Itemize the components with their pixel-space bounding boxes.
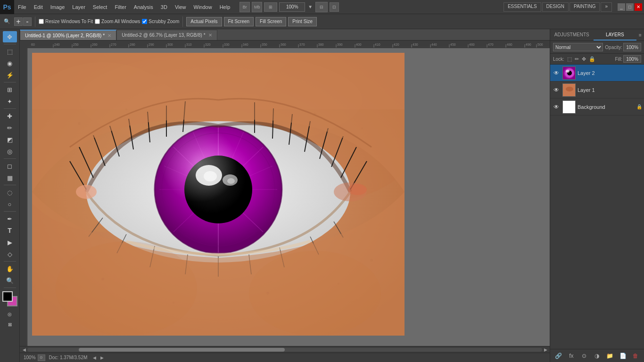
foreground-color-swatch[interactable] — [2, 291, 13, 302]
mini-bridge-icon[interactable]: Mb — [252, 2, 262, 12]
document-tab-1[interactable]: Untitled-1 @ 100% (Layer 2, RGB/8) * ✕ — [20, 30, 116, 40]
scroll-left-button[interactable]: ◀ — [21, 346, 27, 353]
scroll-right-button[interactable]: ▶ — [542, 346, 549, 353]
move-tool[interactable]: ✥ — [3, 31, 17, 42]
eraser-tool[interactable]: ◻ — [3, 160, 17, 172]
tab-1-close[interactable]: ✕ — [107, 33, 111, 38]
blend-mode-select[interactable]: Normal — [553, 43, 603, 51]
layer-item-background[interactable]: 👁 Background 🔒 — [550, 99, 644, 115]
close-button[interactable]: ✕ — [635, 3, 642, 11]
menu-window[interactable]: Window — [190, 0, 216, 14]
history-brush-tool[interactable]: ◎ — [3, 146, 17, 157]
zoom-tool-icon[interactable]: 🔍 — [2, 16, 12, 27]
status-right-arrow[interactable]: ▶ — [99, 354, 105, 361]
menu-edit[interactable]: Edit — [30, 0, 47, 14]
menu-analysis[interactable]: Analysis — [130, 0, 157, 14]
resize-windows-input[interactable] — [39, 19, 44, 24]
lock-all-icon[interactable]: 🔒 — [589, 56, 595, 62]
zoom-all-checkbox[interactable]: Zoom All Windows — [95, 19, 140, 24]
zoom-all-label: Zoom All Windows — [101, 19, 140, 24]
menu-layer[interactable]: Layer — [68, 0, 89, 14]
workspace-more[interactable]: » — [601, 2, 612, 12]
blur-tool[interactable]: ◌ — [3, 187, 17, 198]
arrange-docs-icon[interactable]: ⊡ — [330, 2, 339, 12]
workspace-design[interactable]: DESIGN — [542, 2, 569, 12]
layer-item-layer2[interactable]: 👁 Layer 2 — [550, 65, 644, 82]
clone-tool[interactable]: ◩ — [3, 134, 17, 145]
scroll-thumb[interactable] — [79, 348, 285, 352]
bridge-icon[interactable]: Br — [239, 2, 250, 12]
menu-select[interactable]: Select — [89, 0, 111, 14]
hand-tool[interactable]: ✋ — [3, 263, 17, 274]
canvas-scroll[interactable] — [27, 48, 550, 346]
new-group-button[interactable]: 📁 — [606, 352, 614, 360]
document-tab-2[interactable]: Untitled-2 @ 66.7% (Layer 13, RGB/8) * ✕ — [116, 30, 217, 40]
scroll-track[interactable] — [27, 348, 542, 352]
fill-screen-button[interactable]: Fill Screen — [256, 17, 286, 26]
brush-tool[interactable]: ✏ — [3, 122, 17, 133]
zoom-all-input[interactable] — [95, 19, 100, 24]
scrubby-zoom-checkbox[interactable]: Scrubby Zoom — [142, 19, 179, 24]
svg-text:490: 490 — [526, 43, 531, 46]
layer-item-layer1[interactable]: 👁 Layer 1 — [550, 82, 644, 99]
adjustments-tab[interactable]: ADJUSTMENTS — [550, 29, 594, 41]
quick-select-tool[interactable]: ⚡ — [3, 69, 17, 81]
menu-view[interactable]: View — [171, 0, 190, 14]
dodge-tool[interactable]: ○ — [3, 198, 17, 210]
layer1-visibility[interactable]: 👁 — [552, 87, 561, 93]
add-mask-button[interactable]: ⊙ — [580, 352, 588, 360]
layers-tab[interactable]: LAYERS — [594, 29, 637, 41]
maximize-button[interactable]: □ — [626, 3, 634, 11]
background-visibility[interactable]: 👁 — [552, 104, 561, 110]
scrubby-zoom-input[interactable] — [142, 19, 147, 24]
screen-mode-btn[interactable]: ⊠ — [3, 319, 17, 330]
panel-menu-icon[interactable]: ≡ — [636, 29, 644, 41]
tab-2-close[interactable]: ✕ — [208, 33, 212, 38]
menu-image[interactable]: Image — [47, 0, 69, 14]
menu-help[interactable]: Help — [216, 0, 234, 14]
gradient-tool[interactable]: ▦ — [3, 172, 17, 183]
menu-3d[interactable]: 3D — [157, 0, 171, 14]
zoom-in-icon[interactable]: + — [14, 17, 23, 26]
lock-transparent-icon[interactable]: ⬚ — [567, 56, 572, 62]
add-adjustment-button[interactable]: ◑ — [593, 352, 601, 360]
crop-tool[interactable]: ⊞ — [3, 84, 17, 95]
zoom-level[interactable]: 100% — [279, 2, 305, 12]
opacity-input[interactable] — [623, 43, 641, 51]
layers-list: 👁 Layer 2 👁 — [550, 65, 644, 349]
arrange-icon[interactable]: ⊞ — [264, 2, 277, 12]
healing-tool[interactable]: ✚ — [3, 110, 17, 122]
fill-input[interactable] — [623, 55, 641, 63]
layer2-visibility[interactable]: 👁 — [552, 70, 561, 76]
layer-styles-button[interactable]: fx — [567, 352, 576, 360]
zoom-indicator[interactable]: ⊙ — [38, 354, 45, 361]
delete-layer-button[interactable]: 🗑 — [631, 352, 640, 360]
horizontal-scrollbar[interactable]: ◀ ▶ — [20, 346, 550, 353]
workspace-essentials[interactable]: ESSENTIALS — [504, 2, 541, 12]
marquee-tool[interactable]: ⬚ — [3, 46, 17, 57]
lock-brush-icon[interactable]: ✏ — [575, 56, 579, 62]
menu-filter[interactable]: Filter — [111, 0, 130, 14]
path-select-tool[interactable]: ▶ — [3, 237, 17, 248]
type-tool[interactable]: T — [3, 225, 17, 236]
pen-tool[interactable]: ✒ — [3, 213, 17, 224]
minimize-button[interactable]: _ — [618, 3, 625, 11]
eyedropper-tool[interactable]: ✦ — [3, 96, 17, 107]
quick-mask-btn[interactable]: ◎ — [3, 310, 17, 318]
zoom-dropdown-icon[interactable]: ▼ — [307, 4, 314, 10]
workspace-painting[interactable]: PAINTING — [570, 2, 600, 12]
zoom-tool[interactable]: 🔍 — [3, 275, 17, 286]
new-layer-button[interactable]: 📄 — [619, 352, 627, 360]
shape-tool[interactable]: ◇ — [3, 248, 17, 260]
status-left-arrow[interactable]: ◀ — [91, 354, 98, 361]
link-layers-button[interactable]: 🔗 — [554, 352, 563, 360]
actual-pixels-button[interactable]: Actual Pixels — [186, 17, 222, 26]
screen-mode-icon[interactable]: ⊟ — [315, 2, 328, 12]
lasso-tool[interactable]: ◉ — [3, 58, 17, 69]
lock-move-icon[interactable]: ✥ — [582, 56, 586, 62]
menu-file[interactable]: File — [14, 0, 30, 14]
zoom-out-icon[interactable]: - — [23, 17, 32, 26]
resize-windows-checkbox[interactable]: Resize Windows To Fit — [39, 19, 93, 24]
print-size-button[interactable]: Print Size — [288, 17, 317, 26]
fit-screen-button[interactable]: Fit Screen — [224, 17, 254, 26]
